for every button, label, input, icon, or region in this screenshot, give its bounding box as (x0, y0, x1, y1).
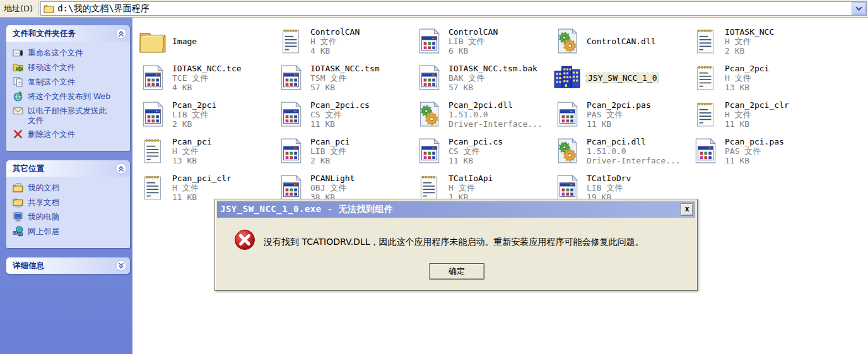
file-list-area: Image ControlCAN H 文件 4 KB (132, 18, 868, 354)
close-icon[interactable]: x (681, 203, 693, 216)
task-item[interactable]: 复制这个文件 (13, 76, 127, 87)
error-dialog: JSY_SW_NCC_1_0.exe - 无法找到组件 x 没有找到 TCATI… (214, 199, 698, 291)
panel-details: 详细信息 (6, 257, 130, 274)
file-name: TCatIoDrv (587, 174, 631, 183)
notepad-icon (415, 174, 443, 201)
file-tile[interactable]: Pcan_pci H 文件 13 KB (138, 133, 276, 169)
file-size: 11 KB (725, 119, 789, 129)
file-type: H 文件 (725, 37, 774, 46)
file-type: H 文件 (172, 183, 232, 192)
file-type: LIB 文件 (587, 183, 631, 192)
file-name: IOTASK_NCC (725, 27, 774, 37)
chevron-up-icon[interactable] (115, 28, 127, 39)
notepad-icon (691, 28, 719, 54)
dll-icon (553, 138, 581, 164)
file-type: LIB 文件 (172, 110, 216, 119)
file-size: Driver-Interface... (449, 119, 542, 129)
file-tile[interactable]: IOTASK_NCC.tsm.bak BAK 文件 57 KB (414, 59, 552, 96)
file-tile[interactable]: ControlCAN LIB 文件 6 KB (414, 23, 552, 59)
place-item[interactable]: 网上邻居 (13, 226, 127, 237)
file-size: Driver-Interface... (587, 156, 681, 165)
file-size: 2 KB (725, 46, 774, 56)
file-name: IOTASK_NCC.tsm.bak (449, 64, 537, 73)
shared-documents-icon (13, 197, 23, 208)
email-icon (13, 105, 23, 116)
task-item[interactable]: 重命名这个文件 (13, 47, 127, 58)
file-type: H 文件 (310, 37, 360, 46)
move-icon (13, 62, 23, 73)
task-item[interactable]: 以电子邮件形式发送此文件 (13, 105, 127, 125)
file-name: Pcan_pci (172, 137, 212, 146)
file-type: OBJ 文件 (310, 183, 355, 192)
task-item[interactable]: 删除这个文件 (13, 129, 127, 139)
file-tile[interactable]: ControlCAN.dll (552, 23, 690, 59)
address-value: d:\我的文档\界面程序 (57, 3, 150, 15)
file-type: LIB 文件 (449, 37, 498, 46)
file-tile[interactable]: IOTASK_NCC H 文件 2 KB (690, 23, 828, 59)
file-name: TCatIoApi (449, 174, 493, 183)
libdoc-icon (553, 101, 581, 127)
file-type: H 文件 (172, 146, 212, 156)
notepad-icon (691, 64, 719, 91)
file-name: ControlCAN (449, 27, 498, 37)
file-tile[interactable]: JSY_SW_NCC_1_0 (552, 59, 690, 96)
chevron-down-icon (855, 6, 862, 11)
file-size: 13 KB (725, 83, 769, 92)
file-size: 11 KB (310, 119, 370, 129)
libdoc-icon (277, 174, 305, 201)
file-tile[interactable]: Image (138, 23, 276, 59)
address-label: 地址(D) (0, 3, 38, 15)
file-tile[interactable]: Pcan_2pci.dll 1.51.0.0 Driver-Interface.… (414, 96, 552, 133)
file-tile[interactable]: Pcan_pci.cs CS 文件 11 KB (414, 133, 552, 169)
file-tile[interactable]: IOTASK_NCC.tsm TSM 文件 57 KB (276, 59, 414, 96)
file-type: CS 文件 (310, 110, 370, 119)
folder-icon (139, 28, 167, 54)
dialog-titlebar: JSY_SW_NCC_1_0.exe - 无法找到组件 x (217, 201, 695, 218)
file-name: Pcan_pci.dll (587, 137, 681, 146)
file-tile[interactable]: Pcan_2pci H 文件 13 KB (690, 59, 828, 96)
panel-other-places-header[interactable]: 其它位置 (6, 160, 130, 177)
small-folder-icon (44, 4, 54, 13)
place-item[interactable]: 我的电脑 (13, 211, 127, 222)
task-item[interactable]: 将这个文件发布到 Web (13, 91, 127, 102)
libdoc-icon (277, 101, 305, 127)
panel-file-tasks-header[interactable]: 文件和文件夹任务 (6, 25, 130, 42)
file-tile[interactable]: Pcan_2pci.pas PAS 文件 11 KB (552, 96, 690, 133)
dialog-title: JSY_SW_NCC_1_0.exe - 无法找到组件 (220, 204, 394, 215)
ok-button[interactable]: 确定 (429, 263, 484, 280)
place-item[interactable]: 共享文档 (13, 197, 127, 208)
file-tile[interactable]: Pcan_pci.pas PAS 文件 11 KB (690, 133, 828, 169)
file-type: H 文件 (725, 73, 769, 83)
file-name: ControlCAN.dll (587, 37, 656, 46)
libdoc-icon (691, 138, 719, 164)
chevron-up-icon[interactable] (115, 163, 127, 174)
file-tile[interactable]: Pcan_pci LIB 文件 2 KB (276, 133, 414, 169)
notepad-icon (691, 101, 719, 127)
address-dropdown-button[interactable] (852, 2, 866, 15)
dll-icon (553, 28, 581, 54)
file-tile[interactable]: IOTASK_NCC.tce TCE 文件 4 KB (138, 59, 276, 96)
file-size: 4 KB (310, 46, 360, 56)
place-item[interactable]: 我的文档 (13, 182, 127, 193)
file-size: 13 KB (172, 156, 212, 165)
file-tile[interactable]: Pcan_pci.dll 1.51.0.0 Driver-Interface..… (552, 133, 690, 169)
file-name: Pcan_pci.pas (725, 137, 784, 146)
file-tile[interactable]: ControlCAN H 文件 4 KB (276, 23, 414, 59)
dll-icon (415, 101, 443, 127)
task-item[interactable]: 移动这个文件 (13, 62, 127, 73)
libdoc-icon (415, 28, 443, 54)
error-icon (234, 229, 255, 251)
chevron-down-icon[interactable] (115, 260, 127, 271)
file-tile[interactable]: Pcan_2pci_clr H 文件 11 KB (690, 96, 828, 133)
file-type: PAS 文件 (587, 110, 651, 119)
libdoc-icon (415, 64, 443, 91)
file-tile[interactable]: Pcan_2pci.cs CS 文件 11 KB (276, 96, 414, 133)
file-size: 4 KB (172, 83, 242, 92)
file-tile[interactable]: Pcan_2pci LIB 文件 2 KB (138, 96, 276, 133)
file-type: BAK 文件 (449, 73, 537, 83)
panel-details-header[interactable]: 详细信息 (6, 257, 130, 274)
file-type: LIB 文件 (310, 146, 350, 156)
copy-icon (13, 76, 23, 87)
file-name: Pcan_2pci (725, 64, 769, 73)
address-input[interactable]: d:\我的文档\界面程序 (40, 1, 867, 16)
